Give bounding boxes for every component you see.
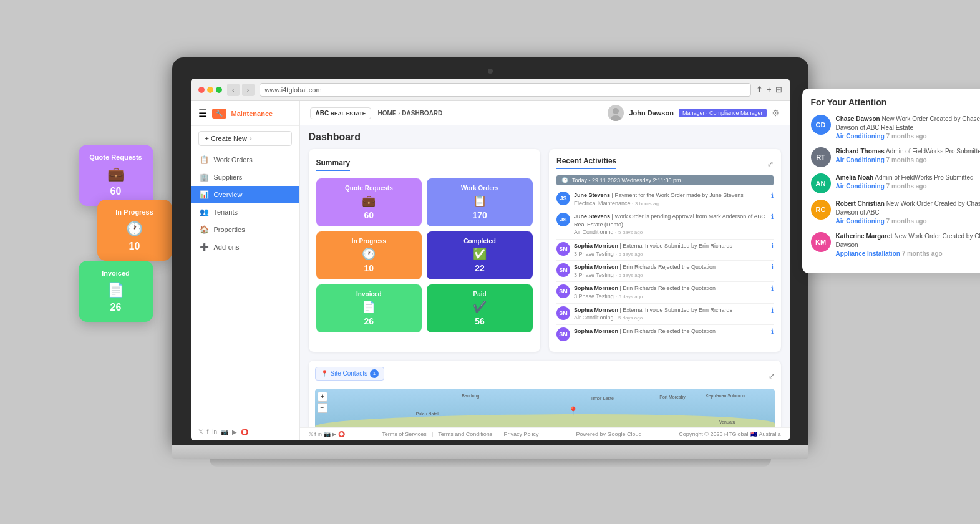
attention-text: Chase Dawson New Work Order Created by C… (836, 115, 981, 141)
sidebar-label-overview: Overview (214, 191, 243, 198)
sidebar: ☰ 🔧 Maintenance + Create New › 📋 Work Or… (191, 101, 300, 440)
add-tab-icon[interactable]: + (767, 85, 772, 94)
addons-icon: ➕ (200, 243, 209, 251)
country-flag: 🇦🇺 Australia (750, 431, 780, 437)
activity-info-icon[interactable]: ℹ (771, 213, 774, 221)
back-button[interactable]: ‹ (227, 84, 240, 96)
tile-icon-paid: ✔️ (473, 300, 487, 314)
summary-title: Summary (316, 158, 351, 171)
activity-info-icon[interactable]: ℹ (771, 284, 774, 293)
float-card-invoiced[interactable]: Invoiced 📄 26 (79, 261, 153, 322)
zoom-in-button[interactable]: + (318, 392, 327, 402)
create-new-button[interactable]: + Create New › (198, 131, 292, 146)
attention-item: AN Amelia Noah Admin of FieldWorks Pro S… (811, 173, 981, 193)
activity-text: Sophia Morrison | External Invoice Submi… (574, 242, 767, 258)
float-icon-progress: 🕐 (126, 221, 143, 237)
tile-label-progress: In Progress (352, 238, 386, 245)
map-expand-icon[interactable]: ⤢ (769, 372, 775, 381)
activity-date-bar: 🕐 Today - 29.11.2023 Wednesday 2:11:30 p… (556, 175, 774, 185)
attention-item: RT Richard Thomas Admin of FieldWorks Pr… (811, 147, 981, 167)
sidebar-item-suppliers[interactable]: 🏢 Suppliers (191, 168, 299, 186)
url-bar[interactable]: www.i4tglobal.com (260, 83, 751, 97)
float-label-invoiced: Invoiced (102, 269, 130, 277)
float-card-quote-requests[interactable]: Quote Requests 💼 60 (79, 145, 153, 206)
svg-point-0 (613, 108, 619, 114)
map-container: + − 📍 Bandung Timor-Leste Port Moresby K… (315, 389, 775, 427)
activity-text: Sophia Morrison | External Invoice Submi… (574, 306, 767, 322)
activity-text: Sophia Morrison | Erin Richards Rejected… (574, 263, 767, 279)
footer-privacy[interactable]: Privacy Policy (504, 431, 539, 437)
top-bar: ABC REAL ESTATE HOME › DASHBOARD (300, 101, 790, 125)
instagram-icon[interactable]: 📷 (221, 429, 228, 435)
tile-invoiced[interactable]: Invoiced 📄 26 (316, 284, 422, 332)
activities-header: Recent Activities ⤢ (556, 157, 774, 172)
facebook-icon[interactable]: f (207, 429, 209, 435)
footer-terms[interactable]: Terms of Services (382, 431, 427, 437)
breadcrumb-current: DASHBOARD (402, 110, 442, 117)
map-pin[interactable]: 📍 (568, 406, 578, 416)
footer-powered-by: Powered by Google Cloud (576, 431, 641, 437)
site-contacts-tab[interactable]: 📍 Site Contacts 1 (315, 367, 384, 381)
activity-text: June Stevens | Payment for the Work Orde… (574, 192, 767, 207)
zoom-out-button[interactable]: − (318, 403, 327, 413)
activity-info-icon[interactable]: ℹ (771, 263, 774, 271)
sidebar-toggle-icon[interactable]: ⊞ (775, 85, 782, 94)
tile-icon-wo: 📋 (473, 194, 487, 208)
floating-cards-container: Quote Requests 💼 60 In Progress 🕐 10 Inv… (79, 145, 172, 316)
share-icon[interactable]: ⬆ (756, 85, 763, 94)
attention-list: CD Chase Dawson New Work Order Created b… (811, 115, 981, 258)
tile-completed[interactable]: Completed ✅ 22 (427, 231, 533, 279)
sidebar-item-tenants[interactable]: 👥 Tenants (191, 203, 299, 221)
breadcrumb-home[interactable]: HOME (377, 110, 396, 117)
activity-item: JS June Stevens | Work Order is pending … (556, 210, 774, 240)
attention-item: KM Katherine Margaret New Work Order Cre… (811, 232, 981, 258)
tile-quote-requests[interactable]: Quote Requests 💼 60 (316, 178, 422, 226)
site-contacts-badge: 1 (370, 369, 379, 378)
settings-icon[interactable]: ⚙ (772, 108, 780, 118)
company-logo: ABC REAL ESTATE (310, 107, 372, 119)
sidebar-item-overview[interactable]: 📊 Overview (191, 186, 299, 203)
youtube-icon[interactable]: ▶ (232, 429, 237, 435)
expand-icon[interactable]: ⤢ (767, 160, 774, 168)
sidebar-item-work-orders[interactable]: 📋 Work Orders (191, 151, 299, 168)
summary-card: Summary Quote Requests 💼 60 (309, 149, 541, 352)
activity-avatar: SM (556, 242, 570, 256)
sidebar-label-suppliers: Suppliers (214, 173, 243, 181)
activity-info-icon[interactable]: ℹ (771, 328, 774, 336)
clock-icon: 🕐 (561, 177, 568, 183)
overview-icon: 📊 (200, 190, 209, 199)
linkedin-icon[interactable]: in (212, 429, 217, 435)
float-count-progress: 10 (129, 241, 140, 252)
attention-panel: For Your Attention CD Chase Dawson New W… (802, 89, 981, 273)
tile-label-wo: Work Orders (461, 185, 498, 192)
maximize-dot[interactable] (216, 87, 222, 93)
other-icon[interactable]: ⭕ (241, 429, 248, 435)
tile-work-orders[interactable]: Work Orders 📋 170 (427, 178, 533, 226)
screen: ‹ › www.i4tglobal.com ⬆ + ⊞ (191, 79, 790, 440)
forward-button[interactable]: › (242, 84, 255, 96)
float-card-in-progress[interactable]: In Progress 🕐 10 (97, 200, 172, 261)
minimize-dot[interactable] (207, 87, 213, 93)
screen-bezel: ‹ › www.i4tglobal.com ⬆ + ⊞ (172, 57, 808, 445)
float-icon-invoiced: 📄 (107, 282, 124, 298)
activity-text: Sophia Morrison | Erin Richards Rejected… (574, 328, 767, 336)
activity-info-icon[interactable]: ℹ (771, 192, 774, 200)
tile-count-wo: 170 (472, 210, 487, 220)
footer-terms-conditions[interactable]: Terms and Conditions (438, 431, 492, 437)
sidebar-label-tenants: Tenants (214, 208, 238, 216)
close-dot[interactable] (198, 87, 205, 93)
sidebar-item-properties[interactable]: 🏠 Properties (191, 221, 299, 238)
sidebar-item-addons[interactable]: ➕ Add-ons (191, 238, 299, 256)
map-label-solomon: Kepulauan Solomon (706, 394, 745, 398)
hamburger-icon[interactable]: ☰ (198, 107, 207, 119)
activity-item: SM Sophia Morrison | External Invoice Su… (556, 240, 774, 261)
page-title: Dashboard (309, 132, 781, 143)
activity-info-icon[interactable]: ℹ (771, 306, 774, 314)
tile-paid[interactable]: Paid ✔️ 56 (427, 284, 533, 332)
summary-grid: Quote Requests 💼 60 Work Orders 📋 170 (316, 178, 533, 332)
activity-info-icon[interactable]: ℹ (771, 242, 774, 250)
twitter-icon[interactable]: 𝕏 (198, 429, 203, 435)
tile-in-progress[interactable]: In Progress 🕐 10 (316, 231, 422, 279)
attention-avatar: KM (811, 232, 831, 252)
user-avatar (608, 105, 624, 121)
